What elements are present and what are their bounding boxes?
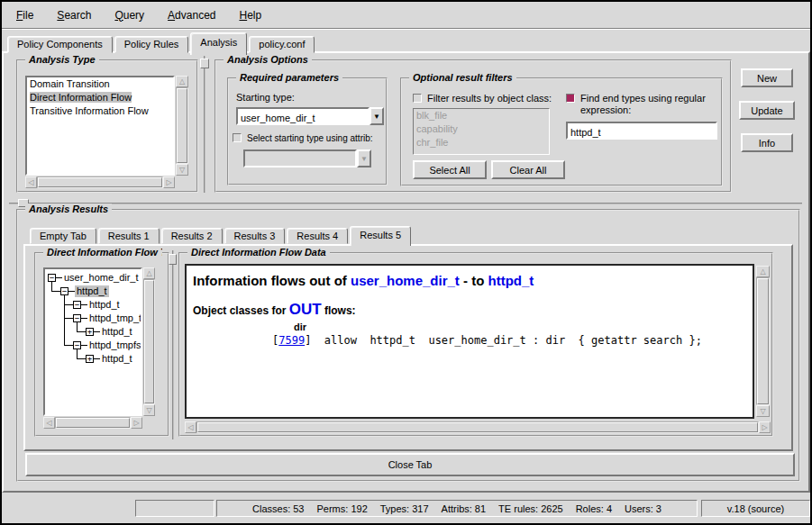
results-tab-results-5[interactable]: Results 5 — [350, 226, 411, 246]
object-class-checkbox-indicator[interactable] — [413, 94, 422, 103]
tree-connector — [64, 318, 73, 319]
tree-node-httpd-tmpfs-t[interactable]: httpd_tmpfs_t — [87, 339, 141, 351]
scroll-up-arrow-icon[interactable]: △ — [176, 76, 188, 87]
flow-tree-scrollbar-vertical[interactable]: △▽ — [143, 267, 155, 416]
select-all-button[interactable]: Select All — [413, 160, 487, 179]
tree-node-httpd-t[interactable]: httpd_t — [100, 353, 134, 365]
scroll-up-arrow-icon[interactable]: △ — [756, 266, 770, 277]
menu-item-file[interactable]: File — [13, 7, 37, 23]
scroll-trough[interactable] — [756, 277, 770, 405]
scroll-left-arrow-icon[interactable]: ◁ — [25, 177, 37, 188]
regex-entry[interactable] — [566, 122, 717, 140]
stat-perms: Perms: 192 — [317, 503, 368, 514]
scroll-left-arrow-icon[interactable]: ◁ — [185, 421, 196, 433]
tree-node-httpd-tmp-t[interactable]: httpd_tmp_t — [87, 312, 141, 324]
scroll-thumb[interactable] — [56, 418, 130, 428]
scroll-right-arrow-icon[interactable]: ▷ — [163, 177, 175, 188]
attrib-checkbox[interactable]: Select starting type using attrib: — [233, 132, 384, 144]
scroll-right-arrow-icon[interactable]: ▷ — [759, 421, 771, 433]
sash-horizontal-results[interactable] — [9, 203, 802, 204]
tree-expand-icon[interactable]: + — [86, 355, 94, 363]
tab-policy-conf[interactable]: policy.conf — [249, 36, 315, 53]
scroll-right-arrow-icon[interactable]: ▷ — [131, 417, 142, 429]
scroll-trough[interactable] — [55, 417, 131, 429]
list-item-transitive-information-flow[interactable]: Transitive Information Flow — [27, 104, 173, 118]
scroll-down-arrow-icon[interactable]: ▽ — [143, 404, 155, 416]
list-item-domain-transition[interactable]: Domain Transition — [27, 77, 173, 91]
results-tab-results-2[interactable]: Results 2 — [161, 228, 223, 244]
scroll-thumb[interactable] — [757, 278, 769, 404]
tree-collapse-icon[interactable]: − — [73, 341, 81, 349]
regex-checkbox[interactable]: Find end types using regular expression: — [566, 93, 721, 116]
stat-te-rules: TE rules: 2625 — [498, 503, 563, 514]
rule-number-link[interactable]: 7599 — [278, 334, 305, 347]
tree-node-httpd-t[interactable]: httpd_t — [100, 326, 134, 338]
flow-data-scrollbar-horizontal[interactable]: ◁▷ — [185, 421, 771, 433]
tab-policy-components[interactable]: Policy Components — [7, 36, 113, 53]
scroll-thumb[interactable] — [144, 280, 154, 403]
menu-item-search[interactable]: Search — [53, 7, 95, 23]
analysis-type-scrollbar-horizontal[interactable]: ◁▷ — [25, 177, 175, 188]
tree-collapse-icon[interactable]: − — [48, 274, 56, 282]
sash-handle-options[interactable] — [200, 59, 209, 68]
sash-vertical-options[interactable] — [204, 56, 205, 193]
rule-body: allow httpd_t user_home_dir_t : dir { ge… — [311, 334, 701, 347]
scroll-thumb[interactable] — [177, 88, 187, 163]
flow-data-text[interactable]: Information flows out of user_home_dir_t… — [185, 264, 754, 419]
flow-tree-scrollbar-horizontal[interactable]: ◁▷ — [43, 417, 142, 429]
flow-tree[interactable]: −user_home_dir_t−httpd_t−httpd_t−httpd_t… — [43, 267, 142, 416]
scroll-thumb[interactable] — [38, 177, 162, 187]
tree-node-httpd-t[interactable]: httpd_t — [75, 285, 109, 297]
menu-item-advanced[interactable]: Advanced — [164, 7, 219, 23]
menu-item-help[interactable]: Help — [235, 7, 265, 23]
scroll-trough[interactable] — [196, 421, 759, 433]
object-class-listbox: blk_filecapabilitychr_file — [413, 108, 550, 155]
attrib-entry — [243, 149, 357, 167]
new-button[interactable]: New — [741, 68, 793, 87]
tab-policy-rules[interactable]: Policy Rules — [114, 36, 189, 53]
results-tab-results-4[interactable]: Results 4 — [287, 228, 348, 244]
stat-attribs: Attribs: 81 — [442, 503, 487, 514]
tree-connector — [64, 295, 65, 346]
object-class-checkbox[interactable]: Filter results by object class: — [413, 93, 570, 104]
close-tab-button[interactable]: Close Tab — [25, 453, 795, 476]
tree-expand-icon[interactable]: + — [86, 328, 94, 336]
scroll-trough[interactable] — [143, 279, 155, 404]
results-tab-results-3[interactable]: Results 3 — [224, 228, 286, 244]
sash-handle-tree[interactable] — [169, 254, 177, 265]
regex-checkbox-indicator[interactable] — [566, 94, 575, 103]
tab-analysis[interactable]: Analysis — [190, 32, 247, 55]
scroll-up-arrow-icon[interactable]: △ — [143, 267, 155, 279]
scroll-thumb[interactable] — [197, 422, 758, 432]
object-class-capability: capability — [414, 122, 549, 136]
starting-type-entry[interactable] — [236, 107, 370, 125]
starting-type-combobox[interactable]: ▼ — [236, 107, 384, 125]
list-item-direct-information-flow[interactable]: Direct Information Flow — [27, 91, 173, 104]
scroll-left-arrow-icon[interactable]: ◁ — [43, 417, 55, 429]
clear-all-button[interactable]: Clear All — [491, 160, 565, 179]
starting-type-input[interactable] — [238, 111, 368, 125]
flow-tree-title: Direct Information Flow T — [43, 247, 162, 258]
scroll-trough[interactable] — [176, 87, 188, 164]
tree-collapse-icon[interactable]: − — [73, 314, 81, 322]
tree-collapse-icon[interactable]: − — [73, 301, 81, 309]
update-button[interactable]: Update — [739, 101, 795, 120]
results-tab-empty-tab[interactable]: Empty Tab — [30, 228, 96, 244]
info-button[interactable]: Info — [741, 133, 793, 152]
sash-vertical-tree[interactable] — [172, 250, 174, 439]
results-tab-results-1[interactable]: Results 1 — [98, 228, 160, 244]
status-field-empty — [135, 500, 214, 517]
starting-type-dropdown-arrow-icon[interactable]: ▼ — [370, 107, 384, 125]
tree-collapse-icon[interactable]: − — [60, 287, 68, 295]
scroll-trough[interactable] — [37, 177, 163, 188]
analysis-type-listbox[interactable]: Domain TransitionDirect Information Flow… — [25, 76, 175, 176]
tree-node-user-home-dir-t[interactable]: user_home_dir_t — [62, 272, 141, 284]
flow-data-scrollbar-vertical[interactable]: △▽ — [756, 266, 770, 417]
analysis-type-scrollbar-vertical[interactable]: △▽ — [176, 76, 188, 176]
scroll-down-arrow-icon[interactable]: ▽ — [176, 164, 188, 176]
tree-node-httpd-t[interactable]: httpd_t — [87, 299, 122, 311]
regex-input[interactable] — [568, 125, 716, 140]
menu-item-query[interactable]: Query — [111, 7, 148, 23]
scroll-down-arrow-icon[interactable]: ▽ — [756, 405, 770, 417]
attrib-checkbox-indicator[interactable] — [233, 133, 242, 142]
